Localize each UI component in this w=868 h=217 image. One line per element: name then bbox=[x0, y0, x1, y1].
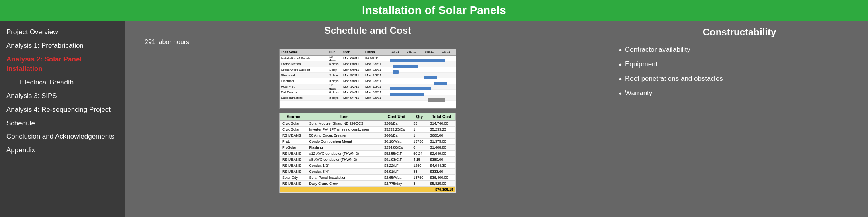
cell-source: Solar City bbox=[280, 175, 307, 181]
cell-item: Condo Composition Mount bbox=[307, 139, 382, 145]
sidebar-item-electrical-breadth[interactable]: Electrical Breadth bbox=[4, 76, 121, 89]
sidebar-item-conclusion[interactable]: Conclusion and Acknowledgements bbox=[4, 130, 121, 143]
cell-total: $660.00 bbox=[428, 133, 456, 139]
cell-item: Conduit 1/2" bbox=[307, 163, 382, 169]
gantt-row: Structural 2 days Mon 9/2/11 Mon 9/3/11 bbox=[280, 73, 456, 78]
right-bullet-item: Warranty bbox=[619, 89, 860, 98]
cell-source: RS MEANS bbox=[280, 157, 307, 163]
right-bullets: Contractor availabilityEquipmentRoof pen… bbox=[619, 46, 860, 104]
right-bullet-item: Contractor availability bbox=[619, 46, 860, 55]
cell-cost_unit: $268/Ea bbox=[382, 121, 411, 127]
cell-total: $2,649.00 bbox=[428, 151, 456, 157]
cell-total: $1,408.80 bbox=[428, 145, 456, 151]
cell-cost_unit: $91.93/C.F bbox=[382, 157, 411, 163]
cell-cost_unit: $0.10/Watt bbox=[382, 139, 411, 145]
cell-item: Flashing bbox=[307, 145, 382, 151]
table-row: ProSolarFlashing$234.80/Ea6$1,408.80 bbox=[280, 145, 456, 151]
cost-table-container: Source Item Cost/Unit Qty Total Cost Civ… bbox=[279, 113, 456, 193]
cell-qty: 50.24 bbox=[411, 151, 428, 157]
cell-qty: 1 bbox=[411, 133, 428, 139]
sidebar-item-schedule[interactable]: Schedule bbox=[4, 117, 121, 130]
cell-qty: 3 bbox=[411, 181, 428, 187]
cell-source: Civic Solar bbox=[280, 121, 307, 127]
cell-source: RS MEANS bbox=[280, 169, 307, 175]
cell-total: $380.00 bbox=[428, 157, 456, 163]
cell-item: #8 AWG conductor (THWN-2) bbox=[307, 157, 382, 163]
cell-total: $5,825.00 bbox=[428, 181, 456, 187]
table-row: Solar CitySolar Panel Installation$2.65/… bbox=[280, 175, 456, 181]
cell-item: 50 Amp Circuit Breaker bbox=[307, 133, 382, 139]
table-row: Civic SolarSolar Module (Sharp ND 299QCS… bbox=[280, 121, 456, 127]
gantt-row: Electrical 3 days Mon 9/8/11 Mon 9/9/11 bbox=[280, 78, 456, 84]
cell-qty: 6 bbox=[411, 145, 428, 151]
col-cost-unit: Cost/Unit bbox=[382, 113, 411, 121]
cell-cost_unit: $2,775/day bbox=[382, 181, 411, 187]
right-title: Constructability bbox=[619, 27, 860, 38]
col-qty: Qty bbox=[411, 113, 428, 121]
sidebar-item-project-overview[interactable]: Project Overview bbox=[4, 26, 121, 39]
cell-source: Civic Solar bbox=[280, 127, 307, 133]
gantt-col-chart-header: Jul 11Aug 11Sep 11Oct 11 bbox=[386, 49, 456, 55]
sidebar-item-appendix[interactable]: Appendix bbox=[4, 144, 121, 157]
cell-source: RS MEANS bbox=[280, 133, 307, 139]
cell-total: $5,233.23 bbox=[428, 127, 456, 133]
cell-item: Solar Panel Installation bbox=[307, 175, 382, 181]
gantt-col-name-header: Task Name bbox=[280, 49, 328, 55]
gantt-header: Task Name Dur. Start Finish Jul 11Aug 11… bbox=[280, 49, 456, 56]
center-panel: Schedule and Cost 291 labor hours Task N… bbox=[125, 21, 611, 217]
table-row: RS MEANS#8 AWG conductor (THWN-2)$91.93/… bbox=[280, 157, 456, 163]
cell-qty: 1 bbox=[411, 127, 428, 133]
gantt-row: Subcontractors 3 days Mon 8/4/11 Mon 8/9… bbox=[280, 95, 456, 101]
right-panel: Constructability Contractor availability… bbox=[611, 21, 868, 217]
sidebar-item-analysis-1[interactable]: Analysis 1: Prefabrication bbox=[4, 39, 121, 52]
cost-table-header: Source Item Cost/Unit Qty Total Cost bbox=[280, 113, 456, 121]
cell-item: Conduit 3/4" bbox=[307, 169, 382, 175]
table-row: RS MEANS50 Amp Circuit Breaker$660/Ea1$6… bbox=[280, 133, 456, 139]
gantt-row: Full Panels 8 days Mon 6/4/11 Mon 6/9/11 bbox=[280, 90, 456, 95]
gantt-row: Installation of Panels 13 days Mon 6/6/1… bbox=[280, 56, 456, 61]
cell-cost_unit: $234.80/Ea bbox=[382, 145, 411, 151]
center-title: Schedule and Cost bbox=[324, 25, 411, 36]
sidebar: Project OverviewAnalysis 1: Prefabricati… bbox=[0, 21, 125, 217]
gantt-mock: Task Name Dur. Start Finish Jul 11Aug 11… bbox=[280, 49, 456, 108]
cell-qty: 4.15 bbox=[411, 157, 428, 163]
col-item: Item bbox=[307, 113, 382, 121]
cell-source: RS MEANS bbox=[280, 163, 307, 169]
cell-cost_unit: $5233.23/Ea bbox=[382, 127, 411, 133]
gantt-col-finish-header: Finish bbox=[364, 49, 386, 55]
sidebar-item-analysis-2[interactable]: Analysis 2: Solar Panel Installation bbox=[4, 53, 121, 76]
page-title: Installation of Solar Panels bbox=[362, 4, 506, 17]
cell-source: Pratt bbox=[280, 139, 307, 145]
cell-item: Inverter PV- 1PT w/ string comb. men bbox=[307, 127, 382, 133]
cell-total: $4,044.30 bbox=[428, 163, 456, 169]
table-row: PrattCondo Composition Mount$0.10/Watt13… bbox=[280, 139, 456, 145]
cost-table: Source Item Cost/Unit Qty Total Cost Civ… bbox=[280, 113, 456, 193]
cell-cost_unit: $6.91/LF bbox=[382, 169, 411, 175]
table-row: RS MEANSConduit 3/4"$6.91/LF83$333.60 bbox=[280, 169, 456, 175]
cell-item: Solar Module (Sharp ND 299QCS) bbox=[307, 121, 382, 127]
table-row: Civic SolarInverter PV- 1PT w/ string co… bbox=[280, 127, 456, 133]
total-value: $79,395.15 bbox=[280, 187, 456, 193]
cell-item: Daily Crane Crew bbox=[307, 181, 382, 187]
right-bullet-item: Equipment bbox=[619, 60, 860, 69]
gantt-row: Roof Prep 12 days Mon 1/2/11 Mon 1/3/11 bbox=[280, 84, 456, 90]
cell-item: #12 AWG conductor (THWN-2) bbox=[307, 151, 382, 157]
cell-cost_unit: $3.22/LF bbox=[382, 163, 411, 169]
cell-cost_unit: $2.65/Watt bbox=[382, 175, 411, 181]
total-row: $79,395.15 bbox=[280, 187, 456, 193]
cell-total: $333.60 bbox=[428, 169, 456, 175]
cell-cost_unit: $660/Ea bbox=[382, 133, 411, 139]
cell-source: RS MEANS bbox=[280, 181, 307, 187]
table-row: RS MEANSConduit 1/2"$3.22/LF1250$4,044.3… bbox=[280, 163, 456, 169]
cell-qty: 13750 bbox=[411, 139, 428, 145]
col-source: Source bbox=[280, 113, 307, 121]
cell-total: $36,400.00 bbox=[428, 175, 456, 181]
sidebar-item-analysis-3[interactable]: Analysis 3: SIPS bbox=[4, 90, 121, 102]
cell-qty: 1250 bbox=[411, 163, 428, 169]
page-header: Installation of Solar Panels bbox=[0, 0, 868, 21]
cell-total: $1,375.00 bbox=[428, 139, 456, 145]
right-bullet-item: Roof penetrations and obstacles bbox=[619, 75, 860, 84]
cell-qty: 13750 bbox=[411, 175, 428, 181]
cell-total: $14,740.00 bbox=[428, 121, 456, 127]
sidebar-item-analysis-4[interactable]: Analysis 4: Re-sequencing Project bbox=[4, 103, 121, 116]
